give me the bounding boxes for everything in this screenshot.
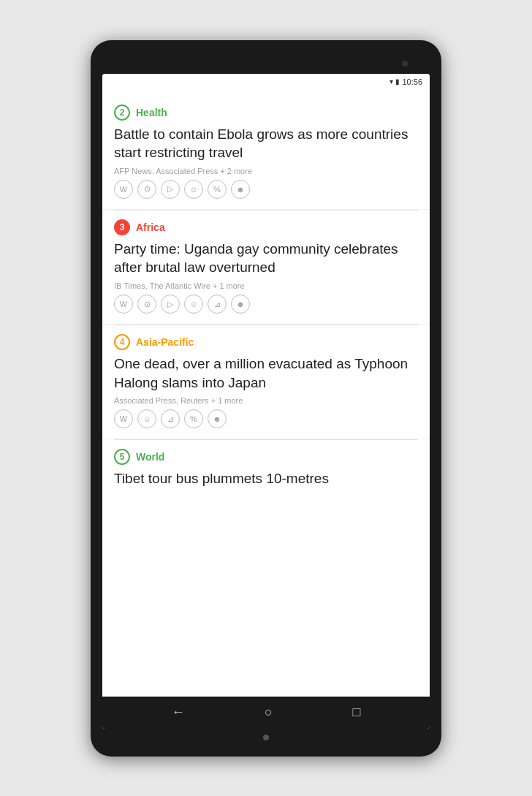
share-percent-icon[interactable]: %: [208, 180, 227, 199]
share-smiley-icon-3[interactable]: ☻: [208, 409, 227, 428]
camera-dot: [402, 61, 408, 67]
category-row-africa: 3 Africa: [114, 219, 418, 235]
news-item-world[interactable]: 5 World Tibet tour bus plummets 10-metre…: [102, 440, 430, 503]
share-chart-icon[interactable]: ⊿: [208, 295, 227, 314]
news-item-asia[interactable]: 4 Asia-Pacific One dead, over a million …: [102, 325, 430, 439]
wifi-icon: ▾: [390, 77, 393, 86]
share-smiley-icon-2[interactable]: ☻: [231, 295, 250, 314]
story-number-2: 2: [114, 105, 130, 121]
sources-health: AFP News, Associated Press + 2 more: [114, 167, 418, 175]
share-smiley-icon[interactable]: ☻: [231, 180, 250, 199]
headline-health[interactable]: Battle to contain Ebola grows as more co…: [114, 125, 418, 162]
tablet-device: ▾ ▮ 10:56 2 Health Battle to contain Ebo…: [91, 40, 441, 757]
share-chart-icon-2[interactable]: ⊿: [161, 409, 180, 428]
news-item-africa[interactable]: 3 Africa Party time: Uganda gay communit…: [102, 211, 430, 325]
headline-asia[interactable]: One dead, over a million evacuated as Ty…: [114, 355, 418, 392]
recents-button[interactable]: □: [352, 705, 360, 720]
category-row-asia: 4 Asia-Pacific: [114, 334, 418, 350]
back-button[interactable]: ←: [172, 705, 185, 720]
share-play-icon-2[interactable]: ▷: [161, 295, 180, 314]
tablet-bottom: [102, 729, 430, 743]
share-percent-icon-2[interactable]: %: [184, 409, 203, 428]
story-number-4: 4: [114, 334, 130, 350]
status-icons: ▾ ▮ 10:56: [390, 77, 422, 86]
tablet-screen: ▾ ▮ 10:56 2 Health Battle to contain Ebo…: [102, 74, 430, 729]
share-w-icon[interactable]: W: [114, 180, 133, 199]
story-number-3: 3: [114, 219, 130, 235]
tablet-top-bar: [102, 53, 430, 74]
share-icons-asia: W ☺ ⊿ % ☻: [114, 409, 418, 428]
bottom-indicator-dot: [263, 735, 269, 740]
headline-africa[interactable]: Party time: Uganda gay community celebra…: [114, 240, 418, 277]
share-icons-africa: W ⊙ ▷ ☺ ⊿ ☻: [114, 295, 418, 314]
android-nav-bar: ← ○ □: [102, 697, 430, 729]
status-time: 10:56: [402, 77, 422, 86]
news-feed[interactable]: 2 Health Battle to contain Ebola grows a…: [102, 90, 430, 697]
sources-africa: IB Times, The Atlantic Wire + 1 more: [114, 281, 418, 290]
status-bar: ▾ ▮ 10:56: [102, 74, 430, 90]
category-row-health: 2 Health: [114, 105, 418, 121]
category-label-africa: Africa: [136, 221, 165, 233]
share-pin-icon-2[interactable]: ⊙: [137, 295, 156, 314]
news-item-health[interactable]: 2 Health Battle to contain Ebola grows a…: [102, 96, 430, 210]
share-person-icon-3[interactable]: ☺: [137, 409, 156, 428]
share-w-icon-3[interactable]: W: [114, 409, 133, 428]
headline-world[interactable]: Tibet tour bus plummets 10-metres: [114, 469, 418, 488]
share-w-icon-2[interactable]: W: [114, 295, 133, 314]
category-label-health: Health: [136, 107, 167, 118]
share-person-icon-2[interactable]: ☺: [184, 295, 203, 314]
battery-icon: ▮: [395, 77, 400, 86]
share-person-icon[interactable]: ☺: [184, 180, 203, 199]
category-label-asia: Asia-Pacific: [136, 336, 194, 348]
story-number-5: 5: [114, 449, 130, 465]
category-row-world: 5 World: [114, 449, 418, 465]
share-pin-icon[interactable]: ⊙: [137, 180, 156, 199]
share-play-icon[interactable]: ▷: [161, 180, 180, 199]
share-icons-health: W ⊙ ▷ ☺ % ☻: [114, 180, 418, 199]
sources-asia: Associated Press, Reuters + 1 more: [114, 396, 418, 405]
category-label-world: World: [136, 451, 164, 463]
home-button[interactable]: ○: [265, 705, 273, 720]
